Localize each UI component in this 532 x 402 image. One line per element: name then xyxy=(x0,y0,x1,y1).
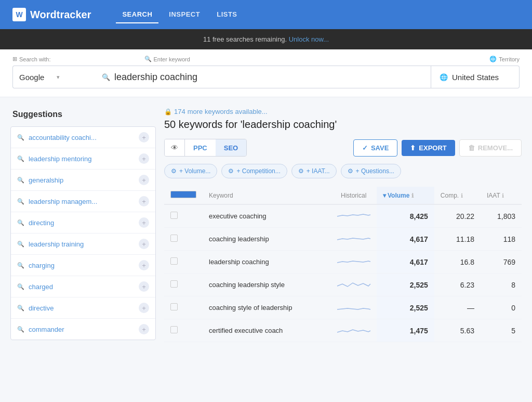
row-checkbox[interactable] xyxy=(170,235,178,242)
logo-name: Wordtracker xyxy=(30,9,91,21)
filter-label: + IAAT... xyxy=(307,167,330,175)
col-iaat: IAAT ℹ xyxy=(481,187,522,204)
add-keyword-icon[interactable]: + xyxy=(139,196,149,206)
unlock-link[interactable]: Unlock now... xyxy=(289,35,329,43)
sidebar-item-label: charged xyxy=(29,283,135,291)
engine-label-icon: ⊞ xyxy=(12,56,17,62)
historical-cell xyxy=(331,319,377,342)
row-checkbox[interactable] xyxy=(170,280,178,288)
tab-ppc[interactable]: PPC xyxy=(185,139,216,156)
filter-pill[interactable]: ⚙+ IAAT... xyxy=(291,164,337,178)
header: W Wordtracker SEARCH INSPECT LISTS xyxy=(0,0,532,29)
row-checkbox[interactable] xyxy=(170,303,178,310)
globe-icon: 🌐 xyxy=(440,73,448,81)
search-area: ⊞ Search with: 🔍 Enter keyword 🌐 Territo… xyxy=(0,49,532,97)
sidebar-item[interactable]: 🔍 directing + xyxy=(11,212,155,234)
sidebar-item[interactable]: 🔍 generalship + xyxy=(11,170,155,191)
add-keyword-icon[interactable]: + xyxy=(139,175,149,185)
table-row: certified executive coach 1,475 5.63 5 xyxy=(164,319,522,342)
keyword-cell: coaching leadership style xyxy=(203,274,331,296)
row-checkbox[interactable] xyxy=(170,257,178,265)
sidebar-item-label: directive xyxy=(29,304,135,312)
trash-icon: 🗑 xyxy=(468,144,475,152)
keyword-input[interactable] xyxy=(114,72,424,83)
table-row: executive coaching 8,425 20.22 1,803 xyxy=(164,204,522,228)
keyword-cell: coaching leadership xyxy=(203,228,331,251)
comp-cell: 5.63 xyxy=(434,319,481,342)
select-all-checkbox[interactable] xyxy=(170,191,196,198)
sidebar-item[interactable]: 🔍 charged + xyxy=(11,276,155,297)
search-icon: 🔍 xyxy=(17,305,24,312)
comp-cell: 11.18 xyxy=(434,228,481,251)
volume-cell: 4,617 xyxy=(377,251,434,274)
sidebar-item[interactable]: 🔍 leadership managem... + xyxy=(11,191,155,212)
nav-search[interactable]: SEARCH xyxy=(116,6,158,23)
banner-text: 11 free searches remaining. xyxy=(203,35,287,43)
search-inputs: Google ▾ 🔍 🌐 United States xyxy=(12,66,520,88)
nav-lists[interactable]: LISTS xyxy=(210,6,243,23)
sidebar-item[interactable]: 🔍 directive + xyxy=(11,297,155,319)
sidebar-item[interactable]: 🔍 commander + xyxy=(11,319,155,340)
sidebar-item-label: generalship xyxy=(29,176,135,184)
sidebar-item[interactable]: 🔍 accountability coachi... + xyxy=(11,127,155,148)
export-icon: ⬆ xyxy=(410,144,416,152)
add-keyword-icon[interactable]: + xyxy=(139,153,149,164)
filter-pill[interactable]: ⚙+ Competition... xyxy=(221,164,287,178)
territory-label: 🌐 Territory xyxy=(489,56,520,62)
comp-cell: — xyxy=(434,296,481,319)
row-checkbox[interactable] xyxy=(170,212,178,219)
nav-inspect[interactable]: INSPECT xyxy=(163,6,206,23)
add-keyword-icon[interactable]: + xyxy=(139,303,149,313)
iaat-cell: 1,803 xyxy=(481,204,522,228)
add-keyword-icon[interactable]: + xyxy=(139,239,149,249)
add-keyword-icon[interactable]: + xyxy=(139,324,149,334)
filter-pill[interactable]: ⚙+ Questions... xyxy=(341,164,401,178)
volume-cell: 2,525 xyxy=(377,296,434,319)
add-keyword-icon[interactable]: + xyxy=(139,217,149,228)
territory-box[interactable]: 🌐 United States xyxy=(431,66,520,88)
historical-cell xyxy=(331,251,377,274)
col-comp: Comp. ℹ xyxy=(434,187,481,204)
add-keyword-icon[interactable]: + xyxy=(139,132,149,142)
results-title: 50 keywords for 'leadership coaching' xyxy=(164,119,522,131)
add-keyword-icon[interactable]: + xyxy=(139,260,149,270)
filter-label: + Questions... xyxy=(356,167,394,175)
col-keyword: Keyword xyxy=(203,187,331,204)
row-checkbox[interactable] xyxy=(170,326,178,333)
sidebar-title: Suggestions xyxy=(10,110,156,119)
sidebar-item[interactable]: 🔍 leadership training + xyxy=(11,234,155,255)
filter-pills: ⚙+ Volume...⚙+ Competition...⚙+ IAAT...⚙… xyxy=(164,164,522,178)
main-content: Suggestions 🔍 accountability coachi... +… xyxy=(0,97,532,402)
search-icon: 🔍 xyxy=(17,326,24,333)
engine-select[interactable]: Google ▾ xyxy=(12,66,96,88)
comp-info-icon[interactable]: ℹ xyxy=(461,192,463,199)
search-labels: ⊞ Search with: 🔍 Enter keyword 🌐 Territo… xyxy=(12,56,520,62)
sidebar-item[interactable]: 🔍 charging + xyxy=(11,255,155,276)
save-button[interactable]: ✓ SAVE xyxy=(353,139,397,157)
engine-value: Google xyxy=(19,73,52,82)
col-volume[interactable]: ▾ Volume ℹ xyxy=(377,187,434,204)
table-row: coaching style of leadership 2,525 — 0 xyxy=(164,296,522,319)
iaat-info-icon[interactable]: ℹ xyxy=(502,192,504,199)
more-keywords: 🔒 174 more keywords available... xyxy=(164,108,522,115)
filter-pill[interactable]: ⚙+ Volume... xyxy=(164,164,217,178)
remove-button[interactable]: 🗑 REMOVE... xyxy=(459,139,522,157)
comp-cell: 20.22 xyxy=(434,204,481,228)
tab-eye[interactable]: 👁 xyxy=(165,139,185,156)
results-query: leadership coaching xyxy=(243,119,335,130)
sidebar-item[interactable]: 🔍 leadership mentoring + xyxy=(11,148,155,170)
add-keyword-icon[interactable]: + xyxy=(139,281,149,292)
sidebar-item-label: leadership training xyxy=(29,240,135,248)
volume-info-icon[interactable]: ℹ xyxy=(411,192,414,199)
export-button[interactable]: ⬆ EXPORT xyxy=(402,140,455,156)
checkmark-icon: ✓ xyxy=(362,144,368,152)
historical-cell xyxy=(331,228,377,251)
sidebar-item-label: leadership managem... xyxy=(29,198,135,205)
keyword-cell: executive coaching xyxy=(203,204,331,228)
tab-seo[interactable]: SEO xyxy=(216,139,246,156)
filter-icon: ⚙ xyxy=(298,167,304,175)
free-searches-banner: 11 free searches remaining. Unlock now..… xyxy=(0,29,532,49)
filter-label: + Competition... xyxy=(236,167,280,175)
sidebar-item-label: commander xyxy=(29,326,135,333)
iaat-cell: 5 xyxy=(481,319,522,342)
